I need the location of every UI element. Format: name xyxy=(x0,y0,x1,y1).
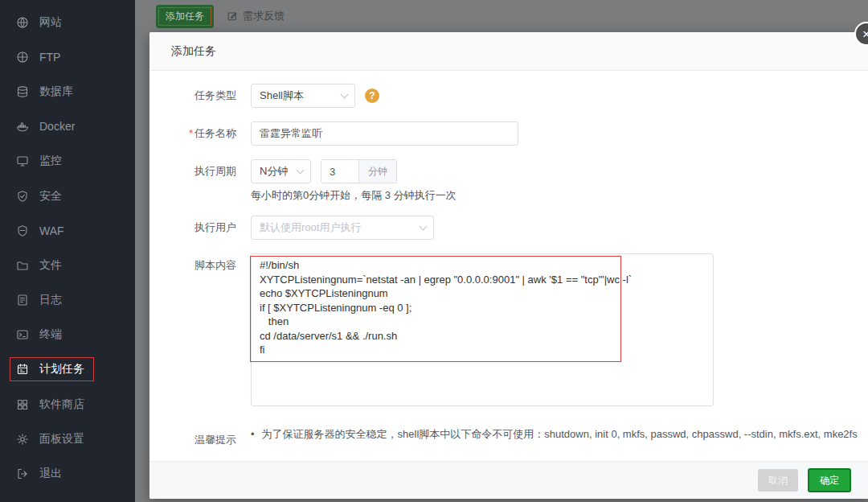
modal-footer: 取消 确定 xyxy=(149,461,868,499)
sidebar: 网站FTP数据库Docker监控安全WAF文件日志终端计划任务软件商店面板设置退… xyxy=(0,0,135,502)
sidebar-item-label: 计划任务 xyxy=(39,362,84,376)
tip-row: 温馨提示 • 为了保证服务器的安全稳定，shell脚本中以下命令不可使用：shu… xyxy=(170,428,868,446)
cycle-unit-addon: 分钟 xyxy=(358,160,396,183)
edit-square-icon xyxy=(227,10,238,22)
gear-icon xyxy=(16,433,29,446)
exec-user-placeholder: 默认使用root用户执行 xyxy=(260,220,361,235)
sidebar-item-inner: 面板设置 xyxy=(16,432,84,446)
sidebar-item-inner: 网站 xyxy=(16,15,62,30)
sidebar-item-inner: 计划任务 xyxy=(10,357,94,381)
task-name-label-text: 任务名称 xyxy=(194,127,236,139)
add-task-button-label: 添加任务 xyxy=(158,7,211,26)
cycle-type-value: N分钟 xyxy=(260,164,288,179)
sidebar-item-ftp[interactable]: FTP xyxy=(0,39,135,74)
sidebar-item-waf[interactable]: WAF xyxy=(0,213,135,248)
question-mark-icon[interactable]: ? xyxy=(365,88,379,103)
sidebar-item-inner: 数据库 xyxy=(16,84,73,99)
sidebar-item-docker[interactable]: Docker xyxy=(0,109,135,144)
terminal-icon xyxy=(16,328,29,341)
cancel-button[interactable]: 取消 xyxy=(758,469,798,492)
task-type-select[interactable]: Shell脚本 xyxy=(251,84,355,108)
sidebar-item-website[interactable]: 网站 xyxy=(0,5,135,39)
feedback-label: 需求反馈 xyxy=(243,9,285,23)
cycle-n-group: 分钟 xyxy=(321,159,397,183)
sidebar-item-label: WAF xyxy=(39,224,64,237)
task-name-row: *任务名称 xyxy=(170,121,868,146)
sidebar-item-cron[interactable]: 计划任务 xyxy=(0,352,135,387)
sidebar-item-database[interactable]: 数据库 xyxy=(0,74,135,109)
sidebar-item-panel-settings[interactable]: 面板设置 xyxy=(0,422,135,456)
sidebar-item-label: 监控 xyxy=(39,154,62,168)
feedback-button[interactable]: 需求反馈 xyxy=(227,9,285,23)
sidebar-item-logs[interactable]: 日志 xyxy=(0,283,135,318)
sidebar-item-label: 日志 xyxy=(39,293,62,307)
sidebar-item-label: 文件 xyxy=(39,258,62,273)
sidebar-item-security[interactable]: 安全 xyxy=(0,179,135,213)
sidebar-item-logout[interactable]: 退出 xyxy=(0,456,135,491)
chevron-down-icon xyxy=(341,90,349,98)
ftp-globe-icon xyxy=(16,51,29,64)
exec-user-select[interactable]: 默认使用root用户执行 xyxy=(251,216,434,240)
sidebar-item-inner: 安全 xyxy=(16,189,62,204)
dimmed-toolbar: 添加任务 需求反馈 xyxy=(135,0,868,32)
sidebar-item-inner: WAF xyxy=(16,224,64,237)
cycle-row: 执行周期 N分钟 分钟 xyxy=(170,159,868,183)
script-label: 脚本内容 xyxy=(170,253,236,272)
app-root: 网站FTP数据库Docker监控安全WAF文件日志终端计划任务软件商店面板设置退… xyxy=(0,0,868,502)
script-area-wrap: #!/bin/sh XYTCPListeningnum=`netstat -an… xyxy=(251,253,714,406)
confirm-button[interactable]: 确定 xyxy=(808,468,851,492)
sidebar-item-inner: 终端 xyxy=(16,327,62,342)
sidebar-item-inner: 软件商店 xyxy=(16,397,84,412)
script-textarea[interactable]: #!/bin/sh XYTCPListeningnum=`netstat -an… xyxy=(251,253,714,406)
docker-whale-icon xyxy=(16,120,29,133)
logout-icon xyxy=(16,467,29,480)
required-asterisk: * xyxy=(189,127,193,139)
cycle-type-select[interactable]: N分钟 xyxy=(251,159,311,183)
sidebar-item-label: 终端 xyxy=(39,327,62,342)
sidebar-item-label: FTP xyxy=(39,51,60,64)
sidebar-item-inner: 退出 xyxy=(16,467,62,481)
sidebar-item-monitor[interactable]: 监控 xyxy=(0,144,135,179)
sidebar-item-label: 软件商店 xyxy=(39,397,84,412)
sidebar-item-label: 网站 xyxy=(39,15,62,30)
modal-header: 添加任务 xyxy=(149,32,868,71)
task-name-label: *任务名称 xyxy=(170,121,236,146)
globe-icon xyxy=(16,16,29,29)
folder-icon xyxy=(16,259,29,272)
exec-user-row: 执行用户 默认使用root用户执行 xyxy=(170,216,868,240)
shield-check-icon xyxy=(16,190,29,203)
log-file-icon xyxy=(16,294,29,307)
sidebar-item-inner: 文件 xyxy=(16,258,62,273)
sidebar-item-inner: 日志 xyxy=(16,293,62,307)
sidebar-item-label: Docker xyxy=(39,120,75,133)
sidebar-item-appstore[interactable]: 软件商店 xyxy=(0,387,135,422)
sidebar-item-label: 退出 xyxy=(39,467,62,481)
modal-title: 添加任务 xyxy=(171,44,216,59)
modal-body: 任务类型 Shell脚本 ? *任务名称 执行周期 N分钟 xyxy=(149,71,868,460)
cycle-n-input[interactable] xyxy=(321,160,358,183)
tip-text: 为了保证服务器的安全稳定，shell脚本中以下命令不可使用：shutdown, … xyxy=(262,428,858,441)
task-type-label: 任务类型 xyxy=(170,84,236,108)
tip-bullet: • xyxy=(251,428,255,441)
sidebar-item-inner: FTP xyxy=(16,51,60,64)
cycle-label: 执行周期 xyxy=(170,159,236,183)
waf-shield-icon xyxy=(16,224,29,237)
sidebar-item-inner: 监控 xyxy=(16,154,62,168)
database-icon xyxy=(16,85,29,98)
add-task-modal: × 添加任务 任务类型 Shell脚本 ? *任务名称 xyxy=(149,32,868,499)
sidebar-item-label: 面板设置 xyxy=(39,432,84,446)
task-name-input[interactable] xyxy=(251,121,518,146)
app-store-icon xyxy=(16,398,29,411)
script-row: 脚本内容 #!/bin/sh XYTCPListeningnum=`netsta… xyxy=(170,253,868,406)
task-type-row: 任务类型 Shell脚本 ? xyxy=(170,84,868,108)
exec-user-label: 执行用户 xyxy=(170,216,236,240)
calendar-task-icon xyxy=(16,363,29,376)
tip-content: • 为了保证服务器的安全稳定，shell脚本中以下命令不可使用：shutdown… xyxy=(251,428,858,441)
sidebar-item-inner: Docker xyxy=(16,120,75,133)
sidebar-item-files[interactable]: 文件 xyxy=(0,248,135,282)
sidebar-item-label: 数据库 xyxy=(39,84,73,99)
add-task-button[interactable]: 添加任务 xyxy=(156,5,214,28)
sidebar-item-terminal[interactable]: 终端 xyxy=(0,318,135,352)
tip-label: 温馨提示 xyxy=(170,428,236,446)
cycle-help-text: 每小时的第0分钟开始，每隔 3 分钟执行一次 xyxy=(251,188,868,203)
